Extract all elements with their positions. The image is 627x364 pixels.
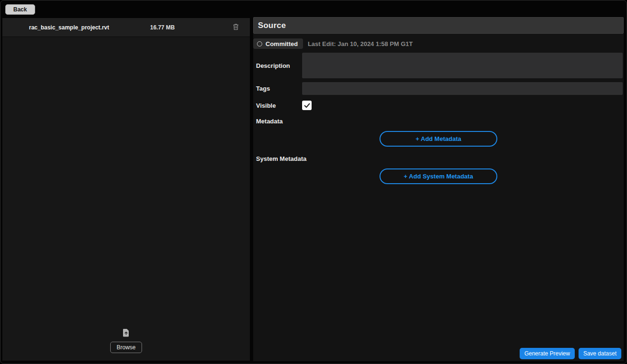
- file-upload-icon: [122, 328, 130, 339]
- upload-area: Browse: [2, 328, 250, 361]
- app-window: Back rac_basic_sample_project.rvt 16.77 …: [0, 0, 627, 364]
- panel-title: Source: [258, 21, 286, 30]
- file-size: 16.77 MB: [150, 24, 175, 31]
- trash-icon: [233, 23, 239, 32]
- source-panel: Source Committed Last Edit: Jan 10, 2024…: [253, 17, 624, 361]
- status-row: Committed Last Edit: Jan 10, 2024 1:58 P…: [253, 38, 624, 49]
- file-name: rac_basic_sample_project.rvt: [29, 24, 109, 31]
- file-row[interactable]: rac_basic_sample_project.rvt 16.77 MB: [2, 18, 250, 37]
- visible-label: Visible: [253, 102, 302, 109]
- files-panel: rac_basic_sample_project.rvt 16.77 MB: [2, 18, 250, 361]
- bottom-actions: Generate Preview Save dataset: [253, 348, 624, 361]
- browse-button[interactable]: Browse: [110, 342, 142, 353]
- save-dataset-button[interactable]: Save dataset: [579, 348, 621, 359]
- generate-preview-button[interactable]: Generate Preview: [520, 348, 575, 359]
- source-panel-header: Source: [253, 17, 624, 34]
- description-label: Description: [253, 62, 302, 69]
- add-system-metadata-button[interactable]: + Add System Metadata: [380, 168, 497, 184]
- status-badge-label: Committed: [266, 40, 298, 47]
- visible-checkbox[interactable]: [302, 101, 312, 110]
- description-input[interactable]: [302, 53, 623, 78]
- description-row: Description: [253, 53, 624, 78]
- tags-input[interactable]: [302, 82, 623, 95]
- add-metadata-row: + Add Metadata: [253, 131, 624, 147]
- checkmark-icon: [304, 103, 310, 108]
- add-metadata-button[interactable]: + Add Metadata: [380, 131, 497, 147]
- add-system-metadata-row: + Add System Metadata: [253, 168, 624, 184]
- circle-outline-icon: [257, 41, 262, 47]
- metadata-row: Metadata: [253, 118, 624, 125]
- system-metadata-row: System Metadata: [253, 155, 624, 162]
- tags-label: Tags: [253, 85, 302, 92]
- metadata-label: Metadata: [253, 118, 302, 125]
- visible-row: Visible: [253, 101, 624, 110]
- status-badge: Committed: [253, 38, 303, 49]
- last-edit-text: Last Edit: Jan 10, 2024 1:58 PM G1T: [308, 40, 413, 47]
- system-metadata-label: System Metadata: [253, 155, 306, 162]
- tags-row: Tags: [253, 82, 624, 95]
- delete-file-button[interactable]: [231, 23, 240, 32]
- back-button[interactable]: Back: [5, 4, 35, 15]
